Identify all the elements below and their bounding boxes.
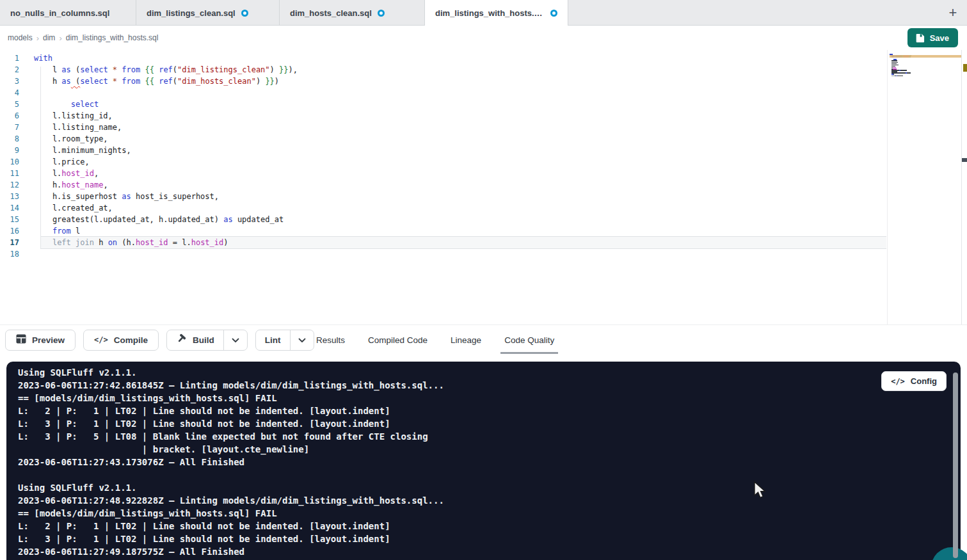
result-panel-tabs: ResultsCompiled CodeLineageCode Quality: [316, 325, 554, 355]
code-line[interactable]: 8 l.room_type,: [0, 133, 883, 145]
terminal-line: L: 3 | P: 1 | LT02 | Line should not be …: [18, 417, 444, 430]
hammer-icon: [176, 333, 187, 346]
unsaved-changes-dot: [378, 10, 385, 17]
code-lines: 1with2 l as (select * from {{ ref("dim_l…: [0, 52, 883, 260]
line-number: 2: [0, 64, 19, 76]
build-button[interactable]: Build: [167, 330, 224, 350]
code-text: l.host_id,: [34, 168, 99, 179]
terminal-line: L: 2 | P: 1 | LT02 | Line should not be …: [18, 404, 444, 417]
terminal-line: 2023-06-06T11:27:43.173076Z — All Finish…: [18, 456, 444, 468]
code-brackets-icon: </>: [891, 377, 905, 386]
code-text: h.host_name,: [34, 179, 108, 191]
breadcrumb-segment[interactable]: models: [8, 33, 33, 42]
code-line[interactable]: 3 h as (select * from {{ ref("dim_hosts_…: [0, 76, 883, 87]
code-line[interactable]: 13 h.is_superhost as host_is_superhost,: [0, 191, 883, 202]
code-line[interactable]: 7 l.listing_name,: [0, 122, 883, 133]
code-text: select: [34, 99, 99, 110]
save-icon: [915, 33, 925, 43]
terminal-scrollbar[interactable]: [953, 372, 958, 558]
unsaved-changes-dot: [550, 10, 557, 17]
build-dropdown-button[interactable]: [224, 330, 247, 350]
code-line[interactable]: 16 from l: [0, 225, 883, 237]
save-button-label: Save: [930, 33, 949, 43]
config-button[interactable]: </> Config: [881, 371, 947, 391]
compile-button-label: Compile: [114, 335, 148, 345]
code-text: l.price,: [34, 156, 90, 168]
line-number: 15: [0, 214, 19, 225]
terminal-line: == [models/dim/dim_listings_with_hosts.s…: [18, 392, 444, 404]
file-tab-dim_listings_clean[interactable]: dim_listings_clean.sql: [136, 0, 280, 26]
code-line[interactable]: 2 l as (select * from {{ ref("dim_listin…: [0, 64, 883, 76]
chevron-down-icon: [232, 335, 239, 345]
line-number: 18: [0, 248, 19, 260]
ruler-warning-marker: [963, 64, 967, 72]
tab-code-quality[interactable]: Code Quality: [504, 325, 554, 355]
minimap-segment: [900, 70, 907, 71]
sql-code-editor[interactable]: 1with2 l as (select * from {{ ref("dim_l…: [0, 50, 967, 324]
code-line[interactable]: 4: [0, 87, 883, 99]
tab-compiled-code[interactable]: Compiled Code: [368, 325, 428, 355]
code-text: from l: [34, 225, 80, 237]
breadcrumb-segment[interactable]: dim_listings_with_hosts.sql: [66, 33, 159, 42]
ide-window: no_nulls_in_columns.sqldim_listings_clea…: [0, 0, 967, 560]
line-number: 7: [0, 122, 19, 133]
code-text: left join h on (h.host_id = l.host_id): [34, 237, 228, 248]
tab-lineage[interactable]: Lineage: [451, 325, 481, 355]
save-button[interactable]: Save: [907, 28, 958, 47]
minimap-row: [890, 77, 929, 78]
terminal-line: Using SQLFluff v2.1.1.: [18, 481, 444, 494]
chevron-down-icon: [298, 335, 306, 345]
preview-button[interactable]: Preview: [5, 330, 76, 351]
terminal-line: 2023-06-06T11:27:42.861845Z — Linting mo…: [18, 379, 444, 392]
config-button-label: Config: [911, 376, 937, 386]
lint-dropdown-button[interactable]: [291, 330, 314, 350]
new-tab-button[interactable]: +: [944, 4, 962, 22]
breadcrumb-row: models›dim›dim_listings_with_hosts.sql S…: [0, 26, 967, 50]
code-line[interactable]: 18: [0, 248, 883, 260]
minimap[interactable]: [890, 54, 929, 78]
breadcrumb-segment[interactable]: dim: [43, 33, 55, 42]
terminal-line: Using SQLFluff v2.1.1.: [18, 366, 444, 379]
editor-tab-bar: no_nulls_in_columns.sqldim_listings_clea…: [0, 0, 967, 26]
code-line[interactable]: 17 left join h on (h.host_id = l.host_id…: [0, 237, 883, 248]
terminal-line: == [models/dim/dim_listings_with_hosts.s…: [18, 507, 444, 520]
file-tab-label: no_nulls_in_columns.sql: [10, 8, 109, 18]
preview-button-label: Preview: [32, 335, 65, 345]
lint-output-terminal[interactable]: Using SQLFluff v2.1.1.2023-06-06T11:27:4…: [6, 362, 961, 560]
file-tab-dim_hosts_clean[interactable]: dim_hosts_clean.sql: [280, 0, 425, 26]
table-icon: [16, 334, 26, 346]
unsaved-changes-dot: [241, 10, 248, 17]
code-line[interactable]: 9 l.minimum_nights,: [0, 145, 883, 156]
code-icon: </>: [94, 335, 108, 344]
tab-results[interactable]: Results: [316, 325, 345, 355]
lint-button[interactable]: Lint: [256, 330, 291, 350]
file-tab-dim_listings_with_hosts[interactable]: dim_listings_with_hosts.sql: [425, 0, 568, 26]
code-line[interactable]: 15 greatest(l.updated_at, h.updated_at) …: [0, 214, 883, 225]
code-text: l.listing_name,: [34, 122, 122, 133]
code-line[interactable]: 6 l.listing_id,: [0, 110, 883, 122]
code-line[interactable]: 5 select: [0, 99, 883, 110]
terminal-line: L: 2 | P: 1 | LT02 | Line should not be …: [18, 520, 444, 532]
line-number: 3: [0, 76, 19, 87]
line-number: 10: [0, 156, 19, 168]
code-text: h.is_superhost as host_is_superhost,: [34, 191, 219, 202]
code-line[interactable]: 14 l.created_at,: [0, 202, 883, 214]
line-number: 1: [0, 52, 19, 64]
code-line[interactable]: 10 l.price,: [0, 156, 883, 168]
code-line[interactable]: 11 l.host_id,: [0, 168, 883, 179]
breadcrumb: models›dim›dim_listings_with_hosts.sql: [8, 26, 158, 50]
file-tab-no_nulls_in_columns[interactable]: no_nulls_in_columns.sql: [0, 0, 136, 26]
code-line[interactable]: 1with: [0, 52, 883, 64]
minimap-segment: [897, 76, 903, 77]
line-number: 9: [0, 145, 19, 156]
build-button-label: Build: [193, 335, 214, 345]
line-number: 4: [0, 87, 19, 99]
minimap-border: [887, 50, 888, 324]
build-split-button: Build: [166, 330, 248, 351]
compile-button[interactable]: </>Compile: [83, 330, 159, 351]
code-text: with: [34, 52, 52, 64]
minimap-segment: [907, 72, 911, 74]
code-line[interactable]: 12 h.host_name,: [0, 179, 883, 191]
line-number: 14: [0, 202, 19, 214]
line-number: 6: [0, 110, 19, 122]
